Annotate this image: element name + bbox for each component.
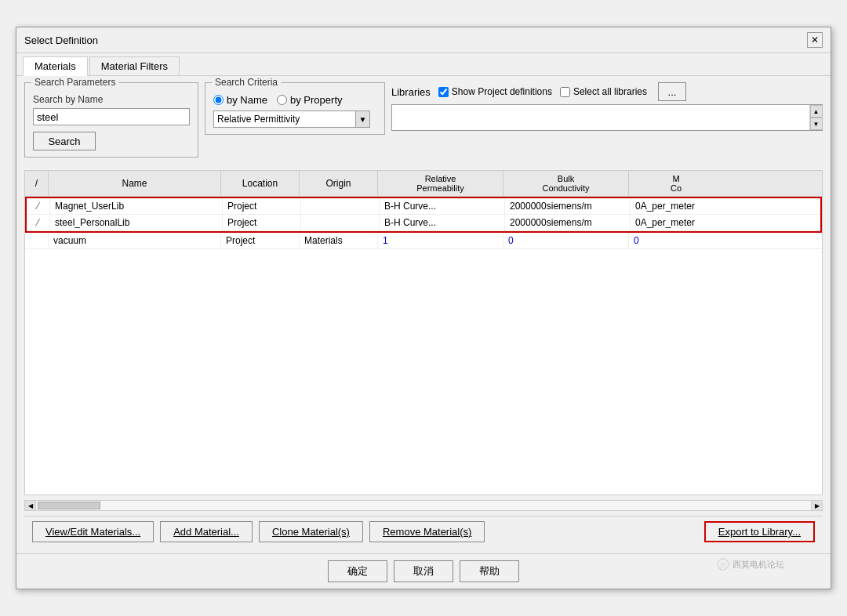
col-header-icon: / xyxy=(25,171,49,196)
row1-icon: ⁄ xyxy=(27,198,50,214)
col-header-mag-coerc: M Co xyxy=(629,171,723,196)
tabs-row: Materials Material Filters xyxy=(16,53,831,76)
libraries-content xyxy=(392,105,809,130)
row2-origin xyxy=(301,215,380,230)
col-header-rel-perm: Relative Permeability xyxy=(378,171,503,196)
row3-rel-perm: 1 xyxy=(378,233,503,248)
select-all-checkbox[interactable] xyxy=(560,87,570,97)
row1-name: Magnet_UserLib xyxy=(50,198,223,214)
libraries-header: Libraries Show Project definitions Selec… xyxy=(391,82,823,101)
more-libraries-button[interactable]: ... xyxy=(658,82,686,101)
row3-origin: Materials xyxy=(300,233,378,248)
row3-icon xyxy=(25,233,49,248)
bottom-buttons-row: View/Edit Materials... Add Material... C… xyxy=(24,516,823,547)
radio-by-name[interactable]: by Name xyxy=(213,94,267,106)
property-dropdown-arrow[interactable]: ▼ xyxy=(356,111,370,128)
row3-location: Project xyxy=(221,233,300,248)
tab-material-filters[interactable]: Material Filters xyxy=(89,56,180,75)
row3-bulk-cond: 0 xyxy=(503,233,629,248)
row1-location: Project xyxy=(223,198,301,214)
slash-icon: ⁄ xyxy=(37,201,38,212)
col-header-location: Location xyxy=(221,171,300,196)
libraries-scroll-down[interactable]: ▼ xyxy=(810,118,823,130)
search-params-group: Search Parameters Search by Name Search xyxy=(24,82,198,158)
row1-bulk-cond: 2000000siemens/m xyxy=(505,198,631,214)
row1-rel-perm: B-H Curve... xyxy=(380,198,505,214)
slash-icon: ⁄ xyxy=(37,217,38,228)
row1-mag-coerc: 0A_per_meter xyxy=(631,198,725,214)
close-button[interactable]: ✕ xyxy=(807,32,823,48)
row2-icon: ⁄ xyxy=(27,215,50,230)
col-header-name: Name xyxy=(49,171,221,196)
highlighted-rows-group: ⁄ Magnet_UserLib Project B-H Curve... 20… xyxy=(25,197,822,233)
table-row[interactable]: vacuum Project Materials 1 0 0 xyxy=(25,233,822,249)
add-material-button[interactable]: Add Material... xyxy=(160,521,253,542)
row1-origin xyxy=(301,198,380,214)
row3-mag-coerc: 0 xyxy=(629,233,723,248)
search-criteria-group: Search Criteria by Name by Property ▼ xyxy=(205,82,385,135)
row2-rel-perm: B-H Curve... xyxy=(380,215,505,230)
table-row[interactable]: ⁄ Magnet_UserLib Project B-H Curve... 20… xyxy=(27,198,820,215)
scrollbar-thumb[interactable] xyxy=(38,502,100,509)
select-definition-dialog: Select Definition ✕ Materials Material F… xyxy=(16,27,831,589)
scroll-left-button[interactable]: ◀ xyxy=(25,500,36,511)
radio-by-property[interactable]: by Property xyxy=(277,94,342,106)
view-edit-materials-button[interactable]: View/Edit Materials... xyxy=(32,521,154,542)
table-header: / Name Location Origin Relative Permeabi… xyxy=(25,171,822,197)
row2-location: Project xyxy=(223,215,301,230)
title-bar: Select Definition ✕ xyxy=(16,27,831,53)
results-table: / Name Location Origin Relative Permeabi… xyxy=(24,170,823,495)
row3-name: vacuum xyxy=(49,233,221,248)
export-to-library-button[interactable]: Export to Library... xyxy=(704,521,815,542)
ok-button[interactable]: 确定 xyxy=(328,560,387,582)
row2-name: steel_PersonalLib xyxy=(50,215,223,230)
select-all-checkbox-label[interactable]: Select all libraries xyxy=(560,86,647,97)
property-dropdown: ▼ xyxy=(213,111,376,128)
dialog-footer: 确定 取消 帮助 xyxy=(16,553,831,589)
remove-material-button[interactable]: Remove Material(s) xyxy=(369,521,485,542)
tab-materials[interactable]: Materials xyxy=(23,56,88,76)
libraries-label: Libraries xyxy=(391,86,431,98)
row2-bulk-cond: 2000000siemens/m xyxy=(505,215,631,230)
col-header-bulk-cond: Bulk Conductivity xyxy=(503,171,629,196)
col-header-origin: Origin xyxy=(300,171,378,196)
libraries-scroll-up[interactable]: ▲ xyxy=(810,105,823,118)
libraries-scrollbar: ▲ ▼ xyxy=(809,105,822,130)
table-row[interactable]: ⁄ steel_PersonalLib Project B-H Curve...… xyxy=(27,215,820,231)
search-params-legend: Search Parameters xyxy=(31,77,118,88)
libraries-section: Libraries Show Project definitions Selec… xyxy=(391,82,823,131)
search-criteria-legend: Search Criteria xyxy=(212,77,281,88)
table-body: ⁄ Magnet_UserLib Project B-H Curve... 20… xyxy=(25,197,822,495)
row2-mag-coerc: 0A_per_meter xyxy=(631,215,725,230)
search-button[interactable]: Search xyxy=(33,132,96,150)
show-project-checkbox[interactable] xyxy=(438,87,449,97)
scroll-right-button[interactable]: ▶ xyxy=(811,500,822,511)
clone-material-button[interactable]: Clone Material(s) xyxy=(259,521,363,542)
horizontal-scrollbar[interactable]: ◀ ▶ xyxy=(24,500,823,511)
content-area: Search Parameters Search by Name Search … xyxy=(16,76,831,553)
property-select[interactable] xyxy=(213,111,356,128)
show-project-checkbox-label[interactable]: Show Project definitions xyxy=(438,86,552,97)
search-by-name-label: Search by Name xyxy=(33,94,190,105)
libraries-box: ▲ ▼ xyxy=(391,104,823,131)
cancel-button[interactable]: 取消 xyxy=(394,560,453,582)
dialog-title: Select Definition xyxy=(24,34,98,46)
search-input[interactable] xyxy=(33,108,190,125)
help-button[interactable]: 帮助 xyxy=(460,560,519,582)
